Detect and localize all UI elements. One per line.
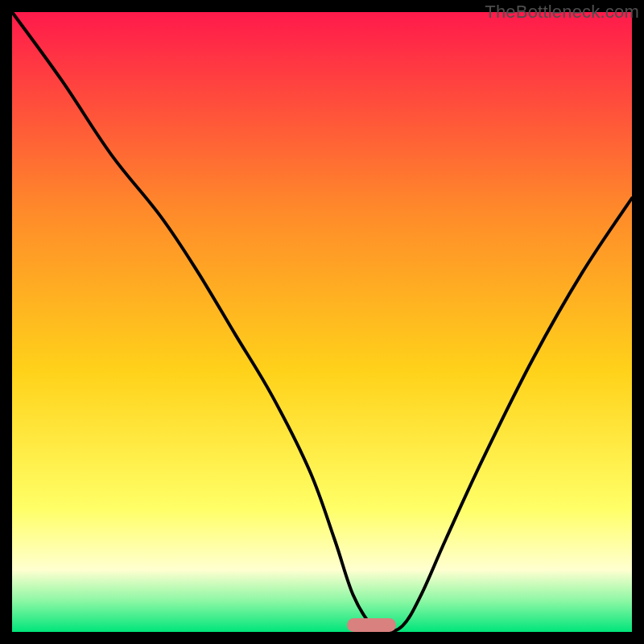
optimal-marker (347, 618, 397, 632)
chart-frame (12, 12, 632, 632)
watermark-text: TheBottleneck.com (485, 2, 639, 23)
curve-path (12, 12, 632, 632)
bottleneck-curve (12, 12, 632, 632)
